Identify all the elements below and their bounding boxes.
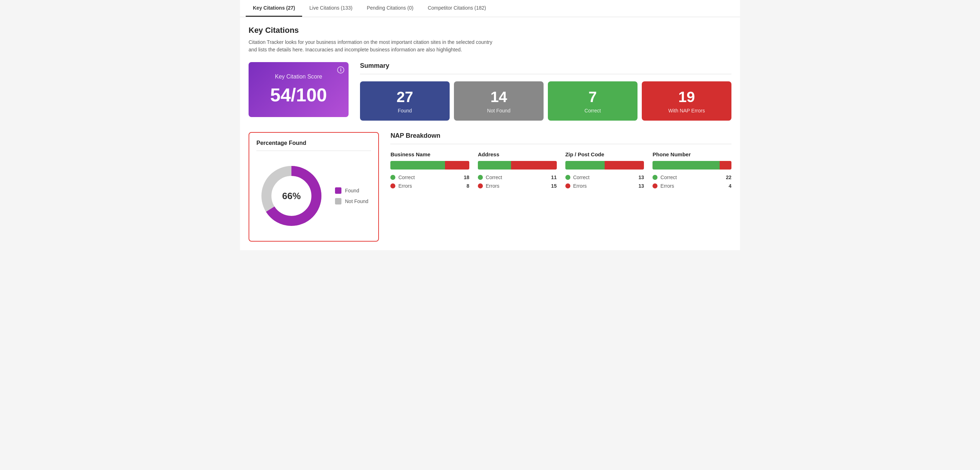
- summary-card-correct: 7 Correct: [548, 81, 638, 121]
- correct-stat-label: Correct: [486, 175, 546, 180]
- correct-stat-label: Correct: [573, 175, 633, 180]
- nap-errors-number: 19: [648, 89, 726, 106]
- tab-pending-citations[interactable]: Pending Citations (0): [360, 0, 421, 17]
- nap-address-stats: Correct 11 Errors 15: [478, 175, 557, 189]
- nap-zip-green-bar: [565, 161, 605, 170]
- legend-not-found: Not Found: [335, 198, 368, 205]
- errors-stat-value: 13: [635, 183, 644, 189]
- nap-item-zip: Zip / Post Code Correct 13: [565, 151, 644, 189]
- nap-address-title: Address: [478, 151, 557, 157]
- found-number: 27: [366, 89, 444, 106]
- nap-address-green-bar: [478, 161, 511, 170]
- not-found-label: Not Found: [460, 108, 538, 113]
- nap-address-bar: [478, 161, 557, 170]
- score-card-label: Key Citation Score: [266, 73, 331, 80]
- page-wrapper: Key Citations (27) Live Citations (133) …: [240, 0, 740, 250]
- info-icon[interactable]: ℹ: [337, 67, 344, 73]
- errors-stat-label: Errors: [573, 183, 633, 189]
- page-title: Key Citations: [248, 26, 732, 35]
- bottom-section: Percentage Found 66%: [248, 132, 732, 241]
- nap-item-business-name: Business Name Correct 18: [390, 151, 469, 189]
- nap-address-errors: Errors 15: [478, 183, 557, 189]
- nap-title: NAP Breakdown: [390, 132, 732, 140]
- errors-dot: [390, 183, 395, 189]
- nap-business-name-red-bar: [445, 161, 469, 170]
- nap-breakdown-section: NAP Breakdown Business Name Co: [390, 132, 732, 189]
- errors-dot: [652, 183, 657, 189]
- nap-errors-label: With NAP Errors: [648, 108, 726, 113]
- legend-found-dot: [335, 187, 341, 194]
- summary-card-found: 27 Found: [360, 81, 450, 121]
- summary-section: Summary 27 Found 14 Not Found 7 Correct: [360, 62, 732, 121]
- nap-address-correct: Correct 11: [478, 175, 557, 180]
- percentage-found-title: Percentage Found: [256, 140, 371, 146]
- summary-title: Summary: [360, 62, 732, 70]
- donut-legend: Found Not Found: [335, 187, 368, 205]
- correct-dot: [652, 175, 657, 180]
- legend-found: Found: [335, 187, 368, 194]
- errors-stat-label: Errors: [660, 183, 720, 189]
- nap-zip-bar: [565, 161, 644, 170]
- nap-business-name-stats: Correct 18 Errors 8: [390, 175, 469, 189]
- tabs-container: Key Citations (27) Live Citations (133) …: [240, 0, 740, 17]
- nap-phone-bar: [652, 161, 732, 170]
- tab-key-citations[interactable]: Key Citations (27): [246, 0, 302, 17]
- correct-label: Correct: [554, 108, 632, 113]
- summary-card-not-found: 14 Not Found: [454, 81, 544, 121]
- nap-business-name-correct: Correct 18: [390, 175, 469, 180]
- nap-business-name-green-bar: [390, 161, 445, 170]
- correct-number: 7: [554, 89, 632, 106]
- correct-stat-value: 13: [635, 175, 644, 180]
- errors-stat-value: 15: [548, 183, 557, 189]
- nap-phone-red-bar: [720, 161, 732, 170]
- found-label: Found: [366, 108, 444, 113]
- nap-business-name-errors: Errors 8: [390, 183, 469, 189]
- score-card-value: 54/100: [266, 84, 331, 106]
- donut-label: 66%: [282, 191, 301, 202]
- errors-stat-label: Errors: [486, 183, 546, 189]
- nap-zip-errors: Errors 13: [565, 183, 644, 189]
- nap-zip-red-bar: [605, 161, 644, 170]
- legend-not-found-dot: [335, 198, 341, 205]
- correct-dot: [565, 175, 570, 180]
- correct-stat-label: Correct: [660, 175, 720, 180]
- nap-zip-stats: Correct 13 Errors 13: [565, 175, 644, 189]
- correct-dot: [390, 175, 395, 180]
- nap-business-name-title: Business Name: [390, 151, 469, 157]
- summary-card-nap-errors: 19 With NAP Errors: [642, 81, 732, 121]
- percentage-divider: [256, 151, 371, 151]
- errors-dot: [565, 183, 570, 189]
- summary-cards: 27 Found 14 Not Found 7 Correct 19 With …: [360, 81, 732, 121]
- donut-container: 66% Found Not Found: [256, 158, 371, 234]
- nap-business-name-bar: [390, 161, 469, 170]
- tab-competitor-citations[interactable]: Competitor Citations (182): [421, 0, 493, 17]
- nap-divider: [390, 144, 732, 144]
- nap-item-phone: Phone Number Correct 22: [652, 151, 732, 189]
- page-description: Citation Tracker looks for your business…: [248, 38, 499, 54]
- correct-stat-value: 22: [723, 175, 732, 180]
- nap-zip-correct: Correct 13: [565, 175, 644, 180]
- nap-address-red-bar: [511, 161, 557, 170]
- nap-phone-errors: Errors 4: [652, 183, 732, 189]
- nap-item-address: Address Correct 11: [478, 151, 557, 189]
- top-section: ℹ Key Citation Score 54/100 Summary 27 F…: [248, 62, 732, 121]
- correct-stat-label: Correct: [398, 175, 458, 180]
- main-content: Key Citations Citation Tracker looks for…: [240, 17, 740, 250]
- percentage-found-card: Percentage Found 66%: [248, 132, 379, 241]
- nap-grid: Business Name Correct 18: [390, 151, 732, 189]
- correct-dot: [478, 175, 483, 180]
- correct-stat-value: 11: [548, 175, 557, 180]
- errors-stat-label: Errors: [398, 183, 458, 189]
- errors-stat-value: 4: [723, 183, 732, 189]
- not-found-number: 14: [460, 89, 538, 106]
- nap-phone-green-bar: [652, 161, 720, 170]
- errors-dot: [478, 183, 483, 189]
- summary-divider: [360, 74, 732, 74]
- nap-phone-title: Phone Number: [652, 151, 732, 157]
- correct-stat-value: 18: [461, 175, 469, 180]
- tab-live-citations[interactable]: Live Citations (133): [302, 0, 360, 17]
- legend-not-found-label: Not Found: [345, 198, 368, 204]
- score-card: ℹ Key Citation Score 54/100: [248, 62, 348, 117]
- nap-zip-title: Zip / Post Code: [565, 151, 644, 157]
- nap-phone-correct: Correct 22: [652, 175, 732, 180]
